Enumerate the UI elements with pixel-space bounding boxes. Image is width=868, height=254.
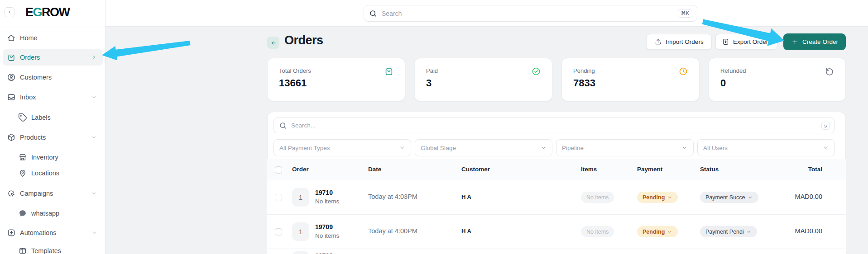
sidebar-item-products[interactable]: Products (3, 129, 103, 146)
egrow-logo[interactable]: EGROW (25, 5, 70, 19)
filter-pipeline-select[interactable]: Pipeline (556, 139, 694, 156)
sidebar: EGROW Home Orders Customers Inbox Labels… (0, 0, 106, 254)
sidebar-item-inbox[interactable]: Inbox (3, 89, 103, 105)
orders-search-input[interactable]: Search... s (273, 118, 835, 133)
order-number: 19709 (315, 223, 333, 230)
inbox-icon (7, 93, 16, 102)
sidebar-item-orders[interactable]: Orders (3, 49, 103, 66)
chevron-down-icon (399, 145, 405, 151)
order-date: Today at 4:03PM (368, 193, 417, 200)
global-search-placeholder: Search (382, 10, 402, 17)
order-date: Today at 4:00PM (368, 227, 417, 235)
stat-value: 0 (720, 77, 726, 89)
app-window: Search ⌘K EGROW Home Orders Customers In… (0, 0, 868, 254)
sidebar-item-label: Templates (31, 247, 61, 254)
check-badge-icon (531, 66, 541, 76)
sidebar-item-label: Locations (31, 169, 59, 177)
order-note: No items (315, 232, 339, 239)
home-icon (7, 33, 16, 42)
stat-label: Pending (573, 67, 595, 74)
sidebar-item-label: Inbox (20, 94, 36, 101)
sidebar-item-label: Customers (20, 74, 52, 81)
sidebar-item-templates[interactable]: Templates (3, 243, 103, 254)
sidebar-item-label: Orders (20, 54, 40, 61)
sidebar-item-automations[interactable]: Automations (3, 225, 103, 241)
sidebar-item-labels[interactable]: Labels (3, 109, 103, 126)
sidebar-item-locations[interactable]: Locations (3, 165, 103, 181)
select-all-checkbox[interactable] (275, 166, 282, 174)
chevron-down-icon (746, 229, 752, 235)
order-quantity-badge: 1 (292, 222, 309, 241)
column-header-date: Date (368, 166, 381, 173)
table-header: Order Date Customer Items Payment Status… (267, 159, 846, 180)
order-total: MAD0.00 (795, 227, 822, 235)
payment-status-label: Pending (643, 194, 665, 201)
table-row[interactable]: 1 19709 No items Today at 4:00PM H A No … (267, 215, 846, 249)
row-checkbox[interactable] (275, 194, 282, 201)
export-orders-label: Export Orders (733, 38, 771, 45)
filter-label: Pipeline (562, 145, 584, 151)
back-button[interactable] (267, 37, 279, 49)
filter-payment-types-select[interactable]: All Payment Types (273, 139, 411, 156)
filter-users-select[interactable]: All Users (697, 139, 835, 156)
global-search-input[interactable]: Search ⌘K (364, 5, 697, 22)
sidebar-collapse-button[interactable] (5, 7, 14, 17)
store-icon (18, 153, 27, 162)
column-header-order: Order (292, 166, 309, 173)
column-header-total: Total (808, 166, 822, 173)
column-header-customer: Customer (461, 166, 490, 173)
sidebar-item-label: Automations (20, 229, 57, 236)
bag-icon (7, 53, 16, 62)
export-orders-button[interactable]: Export Orders (715, 34, 777, 50)
orders-search-shortcut-badge: s (821, 122, 830, 130)
table-row[interactable]: 1 19708 (267, 249, 846, 254)
order-number: 19710 (315, 189, 333, 196)
row-checkbox[interactable] (275, 228, 282, 235)
clock-icon (678, 66, 688, 76)
chevron-down-icon (91, 94, 97, 100)
sidebar-item-customers[interactable]: Customers (3, 69, 103, 85)
order-status-dropdown[interactable]: Payment Succe (700, 192, 758, 203)
payment-status-dropdown[interactable]: Pending (637, 192, 678, 203)
user-icon (7, 73, 16, 82)
sidebar-item-label: Inventory (31, 154, 58, 161)
chevron-down-icon (681, 145, 688, 151)
stat-label: Refunded (720, 67, 746, 74)
items-pill: No items (581, 192, 614, 203)
import-orders-button[interactable]: Import Orders (646, 34, 712, 50)
order-quantity-badge: 1 (292, 188, 309, 207)
filter-label: Global Stage (421, 145, 456, 151)
items-pill: No items (581, 226, 614, 237)
stat-value: 13661 (279, 77, 307, 89)
order-total: MAD0.00 (795, 193, 822, 200)
chevron-down-icon (667, 195, 672, 200)
sidebar-item-campaigns[interactable]: Campaigns (3, 185, 103, 202)
sidebar-item-label: Products (20, 134, 46, 141)
payment-status-dropdown[interactable]: Pending (637, 226, 678, 237)
chevron-down-icon (748, 195, 753, 200)
table-row[interactable]: 1 19710 No items Today at 4:03PM H A No … (267, 180, 846, 215)
automation-icon (7, 228, 16, 237)
column-header-status: Status (700, 166, 719, 173)
create-order-button[interactable]: Create Order (783, 33, 846, 50)
sidebar-item-label: whatsapp (31, 210, 59, 217)
column-header-payment: Payment (637, 166, 662, 173)
sidebar-item-label: Labels (31, 114, 51, 121)
stat-card-total-orders: Total Orders 13661 (267, 58, 405, 101)
stat-card-paid: Paid 3 (414, 58, 552, 101)
search-icon (278, 121, 288, 130)
import-orders-label: Import Orders (666, 38, 703, 45)
sidebar-item-home[interactable]: Home (3, 30, 103, 46)
order-status-dropdown[interactable]: Payment Pendi (700, 226, 757, 237)
sidebar-item-label: Home (20, 34, 38, 42)
sidebar-item-inventory[interactable]: Inventory (3, 149, 103, 165)
order-status-label: Payment Succe (705, 194, 745, 201)
filter-global-stage-select[interactable]: Global Stage (415, 139, 552, 156)
chevron-right-icon (91, 54, 97, 61)
search-icon (369, 9, 378, 18)
box-icon (7, 133, 16, 142)
sidebar-item-whatsapp[interactable]: whatsapp (3, 205, 103, 221)
chevron-down-icon (823, 145, 829, 151)
arrow-to-orders-nav (102, 41, 191, 60)
orders-search-placeholder: Search... (291, 122, 316, 129)
